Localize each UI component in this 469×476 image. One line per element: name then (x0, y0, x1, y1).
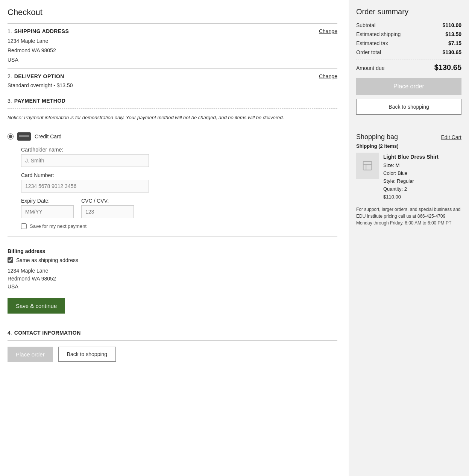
tax-label: Estimated tax (356, 40, 388, 46)
shopping-bag-title: Shopping bag (356, 133, 398, 141)
card-number-group: Card Number: (21, 172, 337, 193)
shipping-address-section-header: 1.SHIPPING ADDRESS Change (8, 28, 337, 34)
expiry-label: Expiry Date: (21, 198, 74, 204)
billing-address-line1: 1234 Maple Lane (8, 267, 337, 275)
bag-item-image (356, 153, 379, 179)
tax-row: Estimated tax $7.15 (356, 40, 461, 46)
order-total-label: Order total (356, 49, 381, 55)
delivery-change-button[interactable]: Change (319, 73, 337, 79)
page-title: Checkout (8, 8, 337, 17)
billing-address-line2: Redmond WA 98052 (8, 275, 337, 283)
delivery-option-text: Standard overnight - $13.50 (8, 82, 337, 88)
billing-address-line3: USA (8, 283, 337, 291)
cvc-label: CVC / CVV: (81, 198, 134, 204)
bag-item-quantity: Quantity: 2 (383, 185, 439, 193)
subtotal-row: Subtotal $110.00 (356, 22, 461, 28)
expiry-cvc-row: Expiry Date: CVC / CVV: (21, 198, 337, 218)
contact-information-title: 4.CONTACT INFORMATION (8, 330, 337, 336)
bag-item-price: $110.00 (383, 193, 439, 201)
place-order-button[interactable]: Place order (356, 78, 461, 95)
bag-item: Light Blue Dress Shirt Size: M Color: Bl… (356, 153, 461, 201)
delivery-option-section-header: 2.DELIVERY OPTION Change (8, 73, 337, 79)
payment-notice: Notice: Payment information is for demon… (8, 114, 337, 121)
support-text: For support, larger orders, and special … (356, 206, 461, 226)
shipping-address-line3: USA (8, 56, 337, 64)
back-to-shopping-button-bottom[interactable]: Back to shopping (58, 347, 116, 362)
credit-card-option: Credit Card (8, 132, 337, 141)
expiry-group: Expiry Date: (21, 198, 74, 218)
save-payment-row: Save for my next payment (21, 223, 337, 229)
bottom-bar: Place order Back to shopping (8, 347, 337, 362)
order-summary: Order summary Subtotal $110.00 Estimated… (356, 8, 461, 121)
shopping-bag-header: Shopping bag Edit Cart (356, 133, 461, 141)
shopping-bag: Shopping bag Edit Cart Shipping (2 items… (356, 133, 461, 226)
cvc-input[interactable] (81, 205, 134, 218)
shipping-address-line1: 1234 Maple Lane (8, 37, 337, 45)
credit-card-label: Credit Card (35, 133, 62, 139)
same-address-row: Same as shipping address (8, 257, 337, 263)
cardholder-name-group: Cardholder name: (21, 147, 337, 167)
shipping-address-line2: Redmond WA 98052 (8, 47, 337, 55)
bag-item-name: Light Blue Dress Shirt (383, 153, 439, 161)
shipping-value: $13.50 (445, 31, 461, 37)
shipping-change-button[interactable]: Change (319, 28, 337, 34)
sidebar: Order summary Subtotal $110.00 Estimated… (349, 0, 469, 476)
save-payment-checkbox[interactable] (21, 223, 27, 229)
bag-item-size: Size: M (383, 162, 439, 170)
order-total-row: Order total $130.65 (356, 49, 461, 55)
same-address-checkbox[interactable] (8, 257, 13, 263)
bag-item-color: Color: Blue (383, 170, 439, 177)
delivery-option-title: 2.DELIVERY OPTION (8, 73, 64, 79)
svg-rect-0 (363, 162, 372, 170)
billing-section: Billing address Same as shipping address… (8, 244, 337, 291)
shipping-address-title: 1.SHIPPING ADDRESS (8, 28, 69, 34)
contact-information-section: 4.CONTACT INFORMATION (8, 330, 337, 336)
cardholder-name-input[interactable] (21, 154, 149, 167)
shipping-items-label: Shipping (2 items) (356, 143, 461, 149)
billing-title: Billing address (8, 248, 337, 254)
bag-item-details: Light Blue Dress Shirt Size: M Color: Bl… (383, 153, 439, 201)
save-continue-button[interactable]: Save & continue (8, 298, 65, 314)
save-payment-label: Save for my next payment (30, 223, 87, 229)
amount-due-value: $130.65 (434, 63, 461, 72)
subtotal-value: $110.00 (442, 22, 461, 28)
shipping-row: Estimated shipping $13.50 (356, 31, 461, 37)
card-number-input[interactable] (21, 180, 149, 193)
card-number-label: Card Number: (21, 172, 337, 178)
back-to-shopping-button[interactable]: Back to shopping (356, 99, 461, 115)
place-order-button-bottom[interactable]: Place order (8, 347, 53, 362)
cvc-group: CVC / CVV: (81, 198, 134, 218)
same-address-label: Same as shipping address (16, 257, 78, 263)
subtotal-label: Subtotal (356, 22, 375, 28)
payment-method-title: 3.PAYMENT METHOD (8, 98, 65, 104)
bag-item-style: Style: Regular (383, 177, 439, 185)
cardholder-name-label: Cardholder name: (21, 147, 337, 153)
edit-cart-button[interactable]: Edit Cart (441, 134, 461, 140)
amount-due-label: Amount due (356, 65, 385, 71)
amount-due-row: Amount due $130.65 (356, 63, 461, 72)
tax-value: $7.15 (448, 40, 461, 46)
order-summary-title: Order summary (356, 8, 461, 16)
credit-card-radio[interactable] (8, 133, 14, 139)
shipping-label: Estimated shipping (356, 31, 401, 37)
credit-card-icon (17, 132, 31, 141)
expiry-input[interactable] (21, 205, 74, 218)
payment-method-section-header: 3.PAYMENT METHOD (8, 98, 337, 104)
order-total-value: $130.65 (442, 49, 461, 55)
